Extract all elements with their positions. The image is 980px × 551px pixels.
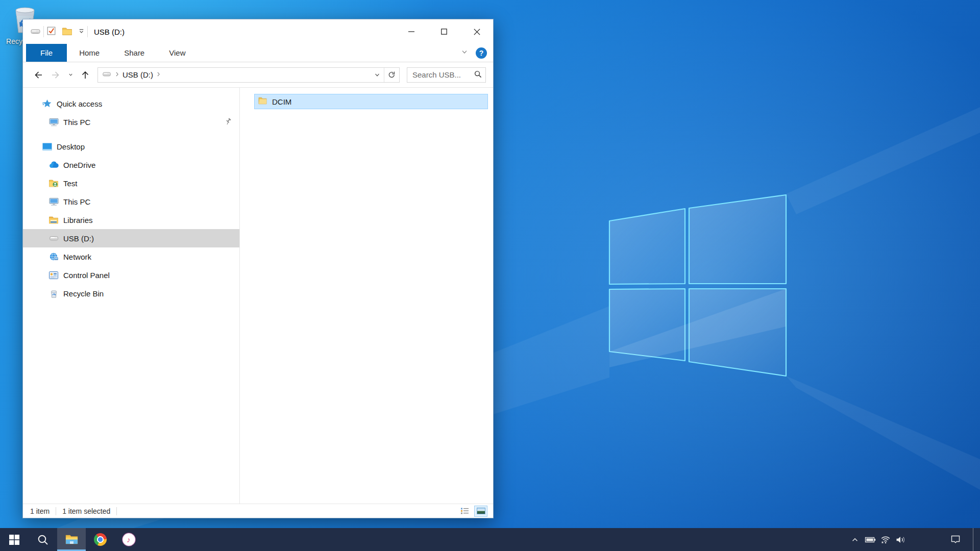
up-button[interactable] <box>78 68 92 82</box>
address-usb-drive-icon <box>102 70 112 80</box>
navigation-toolbar: USB (D:) <box>23 62 493 88</box>
tab-home[interactable]: Home <box>67 44 112 62</box>
network-globe-icon <box>48 252 59 262</box>
sidebar-item-label: Recycle Bin <box>63 289 104 298</box>
details-view-icon[interactable] <box>458 506 471 516</box>
checkbox-check-icon[interactable] <box>46 26 57 38</box>
address-bar[interactable]: USB (D:) <box>97 67 400 83</box>
wifi-icon[interactable] <box>878 528 893 551</box>
maximize-button[interactable] <box>428 19 460 44</box>
status-bar: 1 item 1 item selected <box>23 504 493 518</box>
itunes-icon: ♪ <box>122 533 135 546</box>
hidden-icons-chevron-icon[interactable] <box>847 528 863 551</box>
expand-ribbon-chevron-icon[interactable] <box>460 48 469 58</box>
sidebar-item-test[interactable]: Test <box>23 174 239 192</box>
volume-icon[interactable] <box>893 528 909 551</box>
taskbar-itunes-button[interactable]: ♪ <box>114 528 143 551</box>
libraries-folder-icon <box>48 215 59 224</box>
taskbar: ♪ <box>0 528 980 551</box>
sidebar-item-this-pc[interactable]: This PC <box>23 192 239 211</box>
sidebar-item-recycle-bin[interactable]: Recycle Bin <box>23 284 239 303</box>
sidebar-item-label: USB (D:) <box>63 234 94 243</box>
sidebar-item-usb-drive[interactable]: USB (D:) <box>23 229 239 247</box>
tab-file[interactable]: File <box>26 44 67 62</box>
this-pc-icon <box>48 197 59 207</box>
sidebar-item-this-pc-pinned[interactable]: This PC <box>23 113 239 131</box>
window-title: USB (D:) <box>94 28 125 36</box>
system-tray <box>847 528 980 551</box>
sidebar-item-network[interactable]: Network <box>23 247 239 266</box>
taskbar-file-explorer-button[interactable] <box>57 528 86 551</box>
sidebar-item-desktop[interactable]: Desktop <box>23 137 239 156</box>
titlebar: USB (D:) <box>23 19 493 44</box>
this-pc-icon <box>48 117 59 127</box>
breadcrumb-location[interactable]: USB (D:) <box>120 70 155 79</box>
window-system-usb-drive-icon[interactable] <box>30 26 41 38</box>
item-count: 1 item <box>30 507 50 515</box>
new-folder-icon[interactable] <box>62 27 72 37</box>
breadcrumb-chevron-icon[interactable] <box>114 70 120 79</box>
view-switcher <box>458 506 487 516</box>
show-desktop-strip[interactable] <box>973 528 980 551</box>
sidebar-item-label: This PC <box>63 118 90 127</box>
titlebar-separator <box>87 26 88 37</box>
back-button[interactable] <box>31 68 45 82</box>
minimize-button[interactable] <box>395 19 428 44</box>
address-dropdown-chevron-icon[interactable] <box>371 68 384 82</box>
search-box[interactable] <box>407 67 486 83</box>
taskbar-search-button[interactable] <box>29 528 57 551</box>
sidebar-item-control-panel[interactable]: Control Panel <box>23 266 239 284</box>
sidebar-item-quick-access[interactable]: Quick access <box>23 94 239 113</box>
sidebar-item-label: Test <box>63 179 78 188</box>
help-button[interactable]: ? <box>476 47 487 59</box>
start-button[interactable] <box>0 528 29 551</box>
sidebar-item-onedrive[interactable]: OneDrive <box>23 156 239 174</box>
customize-qat-chevron-icon[interactable] <box>78 27 85 36</box>
breadcrumb-chevron-icon[interactable] <box>155 70 162 79</box>
selection-count: 1 item selected <box>62 507 110 515</box>
usb-drive-icon <box>48 235 59 242</box>
file-name: DCIM <box>272 97 291 106</box>
sidebar-group-gap <box>23 131 239 137</box>
window-body: Quick access This PC Desktop <box>23 88 493 504</box>
recycle-bin-icon <box>48 289 59 298</box>
quick-access-star-icon <box>41 98 53 109</box>
sidebar-item-label: Desktop <box>57 142 85 151</box>
action-center-icon[interactable] <box>944 528 967 551</box>
sidebar-item-label: OneDrive <box>63 161 95 169</box>
sidebar-item-label: Quick access <box>57 99 102 108</box>
search-input[interactable] <box>412 70 474 79</box>
navigation-pane: Quick access This PC Desktop <box>23 88 239 504</box>
search-icon[interactable] <box>474 70 482 80</box>
quick-access-toolbar <box>46 26 85 38</box>
caption-buttons <box>395 19 493 44</box>
sidebar-item-label: This PC <box>63 197 90 206</box>
titlebar-separator <box>43 26 44 37</box>
battery-icon[interactable] <box>863 528 878 551</box>
control-panel-icon <box>48 271 59 280</box>
sidebar-item-label: Control Panel <box>63 271 110 280</box>
recent-locations-chevron-icon[interactable] <box>66 68 75 82</box>
folder-icon <box>258 96 267 107</box>
tab-share[interactable]: Share <box>112 44 157 62</box>
file-item-dcim[interactable]: DCIM <box>254 94 488 109</box>
close-button[interactable] <box>460 19 493 44</box>
tray-empty-space <box>909 528 944 551</box>
ribbon-tab-bar: File Home Share View ? <box>23 44 493 62</box>
status-separator <box>116 507 117 515</box>
forward-button[interactable] <box>48 68 63 82</box>
sidebar-item-label: Network <box>63 253 91 261</box>
pin-icon <box>224 117 232 127</box>
tab-view[interactable]: View <box>157 44 198 62</box>
taskbar-chrome-button[interactable] <box>86 528 114 551</box>
desktop-icon <box>41 142 53 151</box>
sidebar-item-libraries[interactable]: Libraries <box>23 211 239 229</box>
large-thumbnails-view-icon[interactable] <box>475 506 487 516</box>
status-separator <box>56 507 56 515</box>
file-explorer-window: USB (D:) File Home Share View ? <box>22 19 494 518</box>
file-list-area[interactable]: DCIM <box>240 88 493 504</box>
refresh-button[interactable] <box>384 68 399 82</box>
onedrive-cloud-icon <box>48 161 59 168</box>
chrome-icon <box>94 533 107 546</box>
sidebar-item-label: Libraries <box>63 216 93 224</box>
